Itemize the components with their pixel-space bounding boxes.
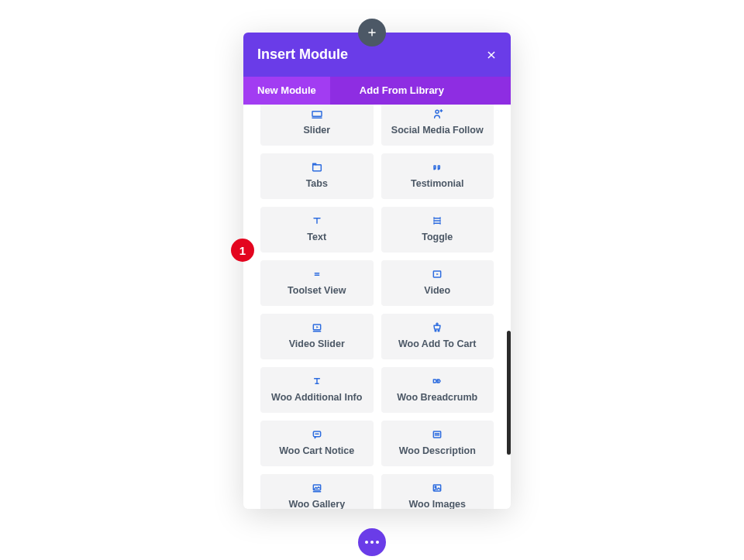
close-icon[interactable] (486, 50, 497, 60)
module-label: Slider (303, 125, 330, 136)
insert-module-modal: Insert Module New Module Add From Librar… (243, 33, 511, 509)
quote-icon (431, 160, 443, 174)
dots-icon (376, 541, 379, 544)
module-slider[interactable]: Slider (260, 105, 374, 146)
page-settings-button[interactable] (358, 528, 386, 556)
dots-icon (365, 541, 368, 544)
module-label: Woo Gallery (288, 499, 345, 509)
info-t-icon (311, 374, 323, 388)
modal-tabs: New Module Add From Library (243, 77, 511, 105)
annotation-badge-1: 1 (231, 239, 254, 262)
svg-point-6 (438, 330, 439, 332)
module-label: Toggle (422, 232, 453, 243)
person-plus-icon (431, 107, 443, 121)
module-social-media-follow[interactable]: Social Media Follow (381, 105, 494, 146)
image-icon (431, 481, 443, 495)
module-label: Woo Add To Cart (398, 338, 476, 350)
modal-title: Insert Module (257, 46, 348, 63)
module-woo-gallery[interactable]: Woo Gallery (260, 474, 374, 509)
module-testimonial[interactable]: Testimonial (381, 153, 494, 199)
module-woo-breadcrumb[interactable]: Woo Breadcrumb (381, 367, 494, 413)
video-slider-icon (311, 321, 323, 335)
module-label: Social Media Follow (391, 125, 484, 136)
module-woo-additional-info[interactable]: Woo Additional Info (260, 367, 374, 413)
gallery-icon (311, 481, 323, 495)
svg-rect-2 (312, 165, 321, 171)
scrollbar-thumb[interactable] (507, 331, 511, 455)
module-label: Woo Description (399, 445, 476, 457)
slider-icon (311, 107, 323, 121)
svg-point-11 (435, 486, 436, 488)
text-t-icon (311, 214, 323, 228)
module-list-scroll[interactable]: Slider Social Media Follow Tabs Testimon… (243, 105, 511, 509)
tabs-icon (311, 160, 323, 174)
module-label: Woo Additional Info (271, 392, 362, 404)
module-label: Woo Breadcrumb (397, 392, 477, 404)
module-woo-add-to-cart[interactable]: Woo Add To Cart (381, 314, 494, 359)
module-tabs[interactable]: Tabs (260, 153, 374, 199)
module-woo-description[interactable]: Woo Description (381, 421, 494, 466)
cart-add-icon (431, 321, 443, 335)
tab-new-module[interactable]: New Module (243, 77, 330, 105)
module-text[interactable]: Text (260, 207, 374, 253)
svg-rect-0 (312, 112, 322, 117)
chat-icon (311, 428, 323, 441)
module-toggle[interactable]: Toggle (381, 207, 494, 253)
module-woo-images[interactable]: Woo Images (381, 474, 494, 509)
annotation-number: 1 (239, 244, 246, 257)
module-label: Tabs (306, 178, 328, 190)
section-add-button[interactable] (358, 19, 386, 46)
video-icon (431, 267, 443, 281)
module-label: Woo Cart Notice (279, 445, 354, 457)
svg-point-1 (436, 110, 439, 113)
desc-icon (431, 428, 443, 441)
tab-add-from-library[interactable]: Add From Library (330, 77, 474, 105)
module-label: Testimonial (411, 178, 464, 190)
module-label: Woo Images (409, 499, 466, 509)
module-grid: Slider Social Media Follow Tabs Testimon… (246, 105, 508, 509)
plus-icon (367, 27, 377, 38)
module-label: Video (424, 285, 450, 297)
dots-icon (370, 541, 374, 544)
toggle-list-icon (431, 214, 443, 228)
svg-point-5 (435, 330, 436, 332)
breadcrumb-icon (431, 374, 443, 388)
module-label: Text (307, 232, 326, 243)
module-label: Video Slider (289, 338, 345, 350)
module-video-slider[interactable]: Video Slider (260, 314, 374, 359)
module-label: Toolset View (288, 285, 346, 297)
module-toolset-view[interactable]: Toolset View (260, 260, 374, 306)
module-video[interactable]: Video (381, 260, 494, 306)
lines-icon (311, 267, 323, 281)
module-woo-cart-notice[interactable]: Woo Cart Notice (260, 421, 374, 466)
